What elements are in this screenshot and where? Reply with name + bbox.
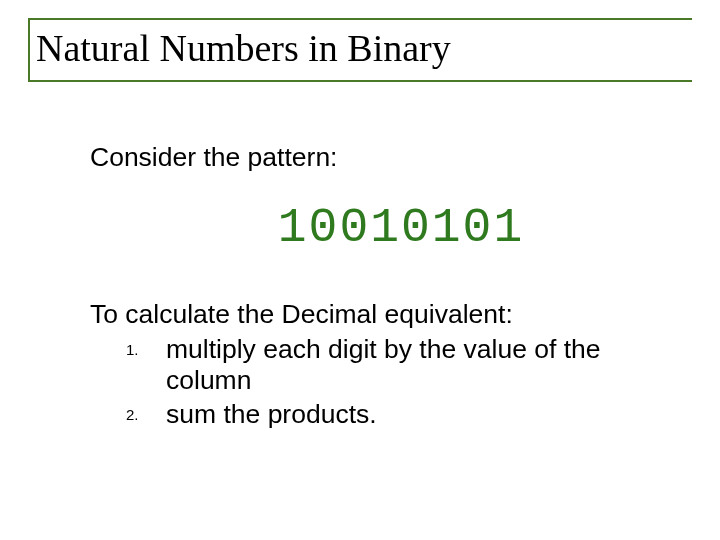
list-item: 1. multiply each digit by the value of t… — [126, 334, 652, 397]
step-number: 2. — [126, 406, 139, 424]
step-text: sum the products. — [166, 399, 377, 429]
lead-text: Consider the pattern: — [90, 142, 652, 173]
content-area: Consider the pattern: 10010101 To calcul… — [28, 142, 692, 430]
slide-title: Natural Numbers in Binary — [36, 26, 692, 70]
list-item: 2. sum the products. — [126, 399, 652, 430]
calc-lead-text: To calculate the Decimal equivalent: — [90, 299, 652, 330]
step-text: multiply each digit by the value of the … — [166, 334, 601, 395]
step-number: 1. — [126, 341, 139, 359]
binary-number: 10010101 — [150, 201, 652, 255]
title-frame: Natural Numbers in Binary — [28, 18, 692, 82]
steps-list: 1. multiply each digit by the value of t… — [90, 334, 652, 430]
slide: Natural Numbers in Binary Consider the p… — [0, 0, 720, 540]
